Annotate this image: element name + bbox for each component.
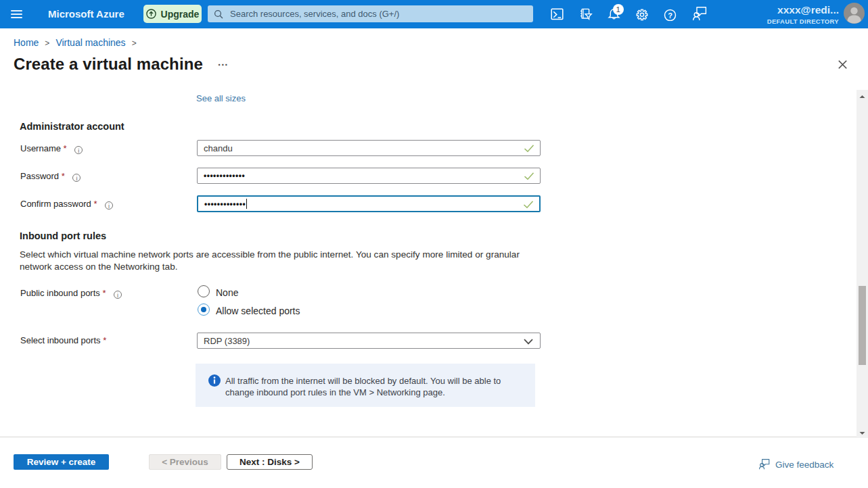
svg-text:?: ?	[668, 11, 672, 20]
